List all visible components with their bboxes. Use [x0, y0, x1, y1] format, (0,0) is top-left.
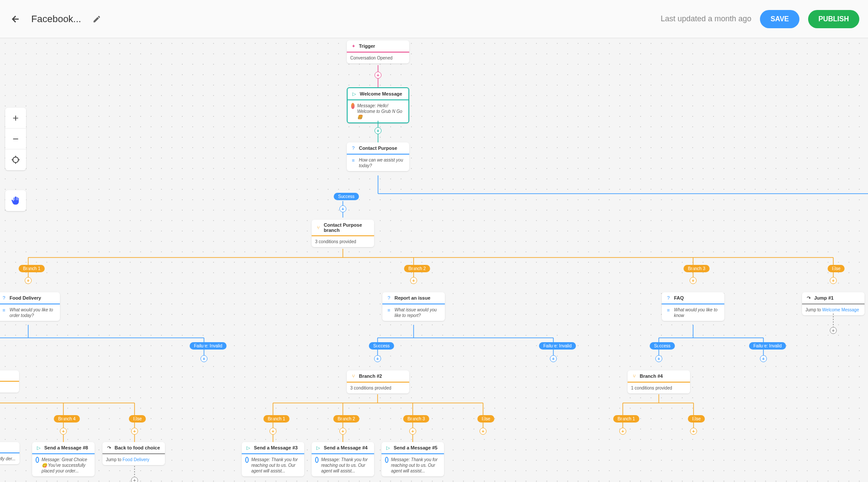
- food-delivery-node[interactable]: ?Food Delivery ≡What would you like to o…: [0, 292, 60, 321]
- message8-node[interactable]: ▷Send a Message #8 Message: Great Choice…: [32, 442, 95, 476]
- branch-icon: ⑂: [315, 224, 321, 231]
- node-body: Conversation Opened: [350, 55, 392, 61]
- add-node-button[interactable]: +: [25, 277, 32, 284]
- add-node-button[interactable]: +: [375, 72, 381, 79]
- back-food-node[interactable]: ↷Back to food choice Jump to Food Delive…: [102, 442, 165, 465]
- node-body: What issue would you like to report?: [395, 307, 441, 318]
- jump-node[interactable]: ↷Jump #1 Jump to Welcome Message: [802, 292, 865, 315]
- add-node-button[interactable]: +: [374, 355, 381, 362]
- add-node-button[interactable]: +: [830, 327, 837, 334]
- zoom-out-button[interactable]: [5, 129, 26, 149]
- branch-pill: Branch 3: [684, 265, 710, 272]
- send-icon: ▷: [315, 445, 321, 451]
- add-node-button[interactable]: +: [375, 127, 381, 134]
- node-title: Welcome Message: [360, 91, 402, 96]
- node-body: Message: Hello! Welcome to Grub N Go 🍔: [357, 103, 405, 120]
- report-issue-node[interactable]: ?Report an issue ≡What issue would you l…: [382, 292, 445, 321]
- pencil-icon: [92, 15, 101, 23]
- header: Facebook... Last updated a month ago SAV…: [0, 0, 868, 38]
- status-icon: [315, 457, 319, 463]
- add-node-button[interactable]: +: [409, 428, 416, 435]
- back-button[interactable]: [9, 12, 23, 26]
- else-pill: Else: [129, 415, 146, 423]
- contact-purpose-branch-node[interactable]: ⑂Contact Purpose branch 3 conditions pro…: [312, 220, 374, 247]
- else-pill: Else: [828, 265, 845, 272]
- add-node-button[interactable]: +: [550, 355, 557, 362]
- add-node-button[interactable]: +: [830, 277, 837, 284]
- add-node-button[interactable]: +: [655, 355, 662, 362]
- status-icon: [36, 457, 39, 463]
- branch-pill: Branch 4: [54, 415, 80, 423]
- branch-pill: Branch 2: [333, 415, 359, 423]
- pan-tool-button[interactable]: [5, 190, 26, 211]
- canvas[interactable]: ✦Trigger Conversation Opened + ▷Welcome …: [0, 38, 868, 482]
- failure-pill: Failure: Invalid: [749, 342, 786, 350]
- welcome-message-node[interactable]: ▷Welcome Message Message: Hello! Welcome…: [347, 87, 409, 123]
- add-node-button[interactable]: +: [410, 277, 417, 284]
- add-node-button[interactable]: +: [339, 205, 346, 212]
- add-node-button[interactable]: +: [60, 428, 67, 435]
- node-body: Message: Thank you for reaching out to u…: [321, 457, 371, 474]
- minus-icon: [11, 135, 20, 143]
- trigger-icon: ✦: [350, 43, 356, 49]
- list-icon: ≡: [350, 157, 356, 163]
- branch-pill: Branch 2: [404, 265, 430, 272]
- node-body: How can we assist you today?: [359, 157, 406, 168]
- node-title: Branch #2: [359, 373, 382, 379]
- avatar-icon: [351, 103, 355, 109]
- node-title: Jump #1: [814, 295, 834, 300]
- contact-purpose-node[interactable]: ?Contact Purpose ≡How can we assist you …: [347, 142, 409, 171]
- question-icon: ?: [665, 295, 671, 301]
- node-title: Back to food choice: [115, 445, 160, 450]
- node-body: What would you like to know: [674, 307, 721, 318]
- add-node-button[interactable]: +: [131, 477, 138, 482]
- list-icon: ≡: [665, 307, 671, 313]
- node-title: Branch #4: [640, 373, 663, 379]
- add-node-button[interactable]: +: [201, 355, 207, 362]
- list-icon: ≡: [1, 307, 7, 313]
- save-button[interactable]: SAVE: [760, 10, 799, 28]
- node-title: Food Delivery: [10, 295, 41, 300]
- add-node-button[interactable]: +: [480, 428, 487, 435]
- node-body: Jump to Food Delivery: [106, 457, 149, 462]
- add-node-button[interactable]: +: [270, 428, 276, 435]
- node-title: Send a Message #5: [394, 445, 437, 450]
- node-body: Message: Great Choice 😋 You've successfu…: [42, 457, 91, 474]
- add-node-button[interactable]: +: [339, 428, 346, 435]
- node-title: Trigger: [359, 43, 375, 49]
- publish-button[interactable]: PUBLISH: [808, 10, 859, 28]
- zoom-in-button[interactable]: [5, 108, 26, 129]
- add-node-button[interactable]: +: [690, 428, 697, 435]
- branch-pill: Branch 1: [613, 415, 639, 423]
- node-body: 3 conditions provided: [350, 385, 391, 391]
- last-updated-text: Last updated a month ago: [661, 14, 751, 23]
- message5-node[interactable]: ▷Send a Message #5 Message: Thank you fo…: [381, 442, 444, 476]
- node-body: What would you like to order today?: [10, 307, 56, 318]
- add-node-button[interactable]: +: [760, 355, 767, 362]
- crosshair-icon: [11, 155, 20, 165]
- status-icon: [385, 457, 388, 463]
- message4-node[interactable]: ▷Send a Message #4 Message: Thank you fo…: [312, 442, 374, 476]
- list-icon: ≡: [386, 307, 392, 313]
- message7-node[interactable]: e #7 at Choice 😋 ssfully der...: [0, 442, 20, 464]
- node-title: Send a Message #4: [324, 445, 368, 450]
- add-node-button[interactable]: +: [619, 428, 626, 435]
- success-pill: Success: [334, 193, 359, 200]
- partial-branch-node[interactable]: ded: [0, 370, 19, 393]
- else-pill: Else: [688, 415, 705, 423]
- zoom-toolbar: [5, 108, 26, 170]
- branch2-node[interactable]: ⑂Branch #2 3 conditions provided: [347, 370, 409, 393]
- trigger-node[interactable]: ✦Trigger Conversation Opened: [347, 40, 409, 63]
- center-button[interactable]: [5, 149, 26, 170]
- edit-title-button[interactable]: [90, 12, 104, 26]
- add-node-button[interactable]: +: [690, 277, 697, 284]
- branch4-node[interactable]: ⑂Branch #4 1 conditions provided: [628, 370, 690, 393]
- failure-pill: Failure: Invalid: [190, 342, 227, 350]
- plus-icon: [11, 114, 20, 122]
- node-title: Contact Purpose: [359, 145, 397, 151]
- branch-pill: Branch 3: [403, 415, 429, 423]
- faq-node[interactable]: ?FAQ ≡What would you like to know: [662, 292, 724, 321]
- message3-node[interactable]: ▷Send a Message #3 Message: Thank you fo…: [242, 442, 304, 476]
- question-icon: ?: [386, 295, 392, 301]
- add-node-button[interactable]: +: [131, 428, 138, 435]
